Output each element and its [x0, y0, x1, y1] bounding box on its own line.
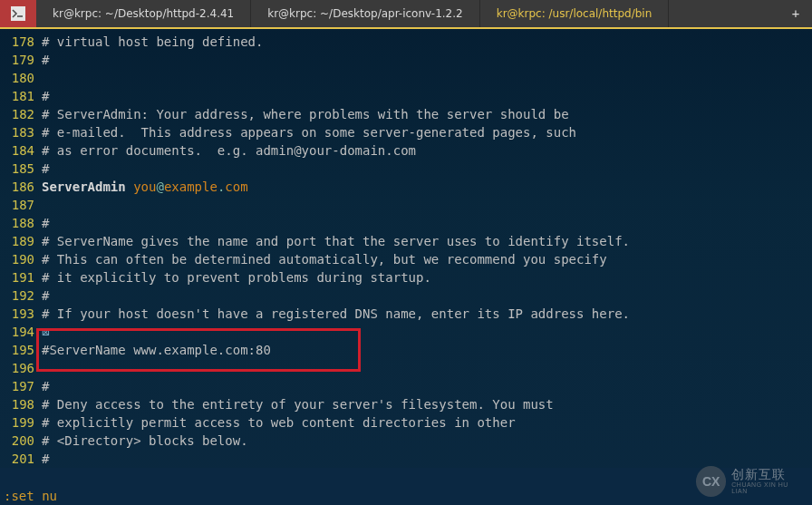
line-number: 178 — [0, 33, 42, 51]
code-line: 178# virtual host being defined. — [0, 33, 812, 51]
logo-mark: CX — [696, 466, 726, 497]
code-line: 180 — [0, 69, 812, 87]
code-content: # — [42, 160, 49, 178]
line-number: 193 — [0, 305, 42, 323]
code-line: 189# ServerName gives the name and port … — [0, 232, 812, 250]
code-line: 186ServerAdmin you@example.com — [0, 178, 812, 196]
line-number: 189 — [0, 232, 42, 250]
line-number: 179 — [0, 51, 42, 69]
line-number: 199 — [0, 413, 42, 432]
line-number: 186 — [0, 178, 42, 196]
code-line: 184# as error documents. e.g. admin@your… — [0, 141, 812, 160]
line-number: 192 — [0, 286, 42, 305]
code-content: # as error documents. e.g. admin@your-do… — [42, 141, 416, 160]
code-line: 199# explicitly permit access to web con… — [0, 413, 812, 432]
terminal-launcher-icon[interactable] — [0, 0, 36, 27]
code-line: 197# — [0, 377, 812, 395]
code-content: # ServerAdmin: Your address, where probl… — [42, 105, 569, 123]
code-line: 187 — [0, 196, 812, 214]
new-tab-button[interactable]: + — [779, 0, 812, 27]
code-content: # e-mailed. This address appears on some… — [42, 123, 576, 141]
line-number: 187 — [0, 196, 42, 214]
code-line: 188# — [0, 214, 812, 232]
code-line: 195#ServerName www.example.com:80 — [0, 341, 812, 359]
code-line: 201# — [0, 450, 812, 468]
code-content: # explicitly permit access to web conten… — [42, 413, 516, 432]
code-content: # — [42, 214, 49, 232]
svg-rect-0 — [11, 6, 25, 21]
code-content: # This can often be determined automatic… — [42, 250, 607, 268]
code-line: 194⊠ — [0, 323, 812, 341]
line-number: 201 — [0, 450, 42, 468]
tab-2[interactable]: kr@krpc: /usr/local/httpd/bin — [480, 0, 670, 27]
code-content: # Deny access to the entirety of your se… — [42, 395, 554, 413]
code-content: ServerAdmin you@example.com — [42, 178, 248, 196]
tab-0[interactable]: kr@krpc: ~/Desktop/httpd-2.4.41 — [36, 0, 251, 27]
logo-subtext: CHUANG XIN HU LIAN — [731, 481, 805, 495]
code-line: 191# it explicitly to prevent problems d… — [0, 268, 812, 286]
line-number: 180 — [0, 69, 42, 87]
code-line: 196 — [0, 359, 812, 377]
code-content: # — [42, 87, 49, 105]
code-content: # — [42, 377, 49, 395]
line-number: 188 — [0, 214, 42, 232]
code-line: 198# Deny access to the entirety of your… — [0, 395, 812, 413]
line-number: 182 — [0, 105, 42, 123]
code-content: # — [42, 450, 49, 468]
code-content: # virtual host being defined. — [42, 33, 263, 51]
code-line: 192# — [0, 286, 812, 305]
line-number: 185 — [0, 160, 42, 178]
line-number: 194 — [0, 323, 42, 341]
code-content: ⊠ — [42, 323, 49, 341]
logo-text: 创新互联 — [731, 467, 786, 481]
line-number: 184 — [0, 141, 42, 160]
code-content: # ServerName gives the name and port tha… — [42, 232, 630, 250]
line-number: 198 — [0, 395, 42, 413]
line-number: 181 — [0, 87, 42, 105]
code-line: 182# ServerAdmin: Your address, where pr… — [0, 105, 812, 123]
line-number: 191 — [0, 268, 42, 286]
code-content: # — [42, 286, 49, 305]
line-number: 183 — [0, 123, 42, 141]
code-content: # — [42, 51, 49, 69]
line-number: 190 — [0, 250, 42, 268]
watermark-logo: CX 创新互联 CHUANG XIN HU LIAN — [696, 463, 805, 500]
code-line: 185# — [0, 160, 812, 178]
code-content: # If your host doesn't have a registered… — [42, 305, 630, 323]
tab-1[interactable]: kr@krpc: ~/Desktop/apr-iconv-1.2.2 — [251, 0, 479, 27]
line-number: 200 — [0, 432, 42, 450]
code-content: # <Directory> blocks below. — [42, 432, 248, 450]
code-line: 200# <Directory> blocks below. — [0, 432, 812, 450]
code-line: 179# — [0, 51, 812, 69]
code-line: 181# — [0, 87, 812, 105]
line-number: 195 — [0, 341, 42, 359]
code-line: 193# If your host doesn't have a registe… — [0, 305, 812, 323]
code-content: #ServerName www.example.com:80 — [42, 341, 271, 359]
line-number: 197 — [0, 377, 42, 395]
line-number: 196 — [0, 359, 42, 377]
code-line: 183# e-mailed. This address appears on s… — [0, 123, 812, 141]
vim-status-line: :set nu — [0, 487, 812, 505]
editor-area[interactable]: 178# virtual host being defined.179#1801… — [0, 29, 812, 468]
tab-bar: kr@krpc: ~/Desktop/httpd-2.4.41kr@krpc: … — [0, 0, 812, 29]
code-content: # it explicitly to prevent problems duri… — [42, 268, 431, 286]
code-line: 190# This can often be determined automa… — [0, 250, 812, 268]
